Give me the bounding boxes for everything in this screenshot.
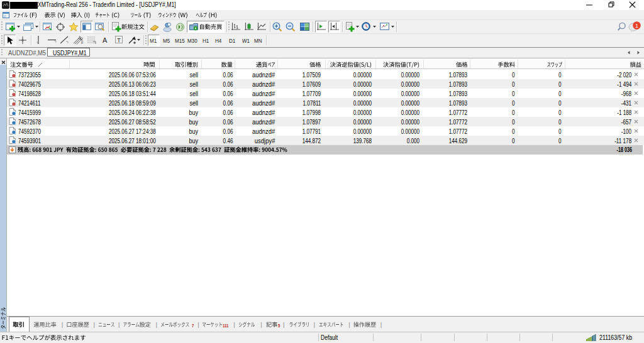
svg-text:1: 1: [635, 23, 638, 29]
svg-text:F: F: [81, 41, 84, 45]
svg-text:T: T: [117, 37, 121, 43]
